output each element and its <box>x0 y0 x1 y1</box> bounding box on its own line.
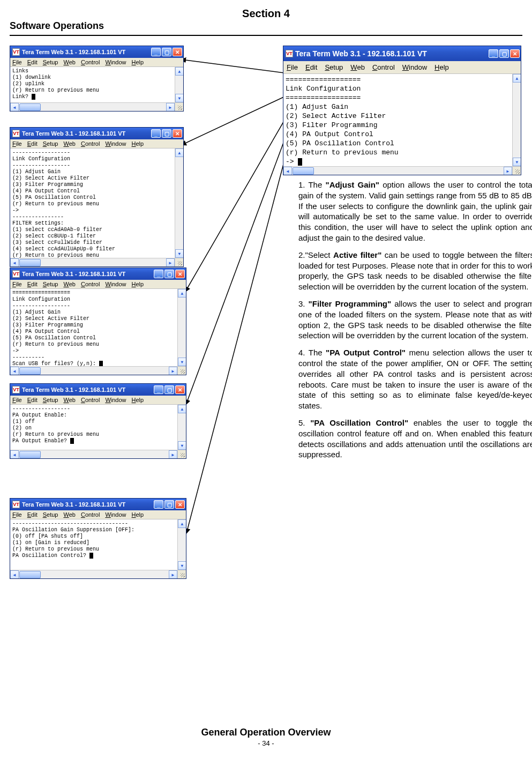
menu-edit[interactable]: Edit <box>27 397 38 403</box>
close-button[interactable]: ✕ <box>175 385 185 394</box>
close-button[interactable]: ✕ <box>173 129 182 138</box>
svg-line-3 <box>188 127 289 400</box>
terminal-output: ================== Link Configuration ==… <box>283 74 512 167</box>
menu-control[interactable]: Control <box>81 397 100 403</box>
svg-line-4 <box>188 138 290 529</box>
resize-grip[interactable] <box>177 450 186 458</box>
scrollbar-vertical[interactable]: ▲▼ <box>177 519 186 570</box>
menu-setup[interactable]: Setup <box>43 140 58 147</box>
menu-web[interactable]: Web <box>63 59 75 65</box>
menu-web[interactable]: Web <box>63 140 75 147</box>
menu-bar: File Edit Setup Web Control Window Help <box>10 58 183 67</box>
menu-window[interactable]: Window <box>105 281 126 287</box>
close-button[interactable]: ✕ <box>175 270 185 278</box>
terminal-window-pa-oscillation: VT Tera Term Web 3.1 - 192.168.1.101 VT … <box>10 498 186 579</box>
menu-file[interactable]: File <box>12 511 22 518</box>
scrollbar-vertical[interactable]: ▲▼ <box>512 74 521 166</box>
maximize-button[interactable]: ▢ <box>164 385 174 394</box>
menu-file[interactable]: File <box>12 397 22 403</box>
scrollbar-vertical[interactable]: ▲▼ <box>175 67 183 102</box>
menu-help[interactable]: Help <box>132 511 144 518</box>
note-active-filter: 2."Select Active filter" can be used to … <box>298 250 532 292</box>
terminal-output: ------------------------------------ PA … <box>10 519 177 560</box>
close-button[interactable]: ✕ <box>175 500 185 509</box>
menu-help[interactable]: Help <box>132 397 144 403</box>
resize-grip[interactable] <box>175 102 183 111</box>
menu-window[interactable]: Window <box>105 397 126 403</box>
minimize-button[interactable]: _ <box>154 500 163 509</box>
scrollbar-horizontal[interactable]: ◀▶ <box>10 366 177 375</box>
close-button[interactable]: ✕ <box>510 49 520 58</box>
menu-setup[interactable]: Setup <box>43 511 58 518</box>
menu-control[interactable]: Control <box>81 59 100 65</box>
minimize-button[interactable]: _ <box>489 49 498 58</box>
minimize-button[interactable]: _ <box>154 385 163 394</box>
maximize-button[interactable]: ▢ <box>164 500 174 509</box>
menu-file[interactable]: File <box>287 63 298 71</box>
scrollbar-vertical[interactable]: ▲▼ <box>177 405 186 450</box>
menu-control[interactable]: Control <box>372 63 395 71</box>
menu-bar: File Edit Setup Web Control Window Help <box>10 510 186 519</box>
scrollbar-vertical[interactable]: ▲▼ <box>177 289 186 366</box>
minimize-button[interactable]: _ <box>151 48 161 56</box>
menu-window[interactable]: Window <box>105 140 126 147</box>
scrollbar-horizontal[interactable]: ◀▶ <box>10 102 175 111</box>
menu-setup[interactable]: Setup <box>43 281 58 287</box>
scrollbar-horizontal[interactable]: ◀▶ <box>283 166 512 175</box>
description-notes: 1. The "Adjust Gain" option allows the u… <box>298 180 532 466</box>
menu-control[interactable]: Control <box>81 281 100 287</box>
menu-web[interactable]: Web <box>63 281 75 287</box>
close-button[interactable]: ✕ <box>173 48 182 56</box>
scrollbar-vertical[interactable]: ▲▼ <box>175 148 183 258</box>
menu-setup[interactable]: Setup <box>43 397 58 403</box>
menu-edit[interactable]: Edit <box>305 63 317 71</box>
resize-grip[interactable] <box>177 366 186 375</box>
menu-edit[interactable]: Edit <box>27 281 38 287</box>
menu-web[interactable]: Web <box>350 63 365 71</box>
scrollbar-horizontal[interactable]: ◀▶ <box>10 258 175 266</box>
svg-line-1 <box>185 95 288 143</box>
resize-grip[interactable] <box>512 166 521 175</box>
menu-file[interactable]: File <box>12 140 22 147</box>
resize-grip[interactable] <box>175 258 183 266</box>
maximize-button[interactable]: ▢ <box>164 270 174 278</box>
maximize-button[interactable]: ▢ <box>162 129 171 138</box>
menu-help[interactable]: Help <box>132 281 144 287</box>
menu-edit[interactable]: Edit <box>27 59 38 65</box>
scrollbar-horizontal[interactable]: ◀▶ <box>10 570 177 578</box>
menu-window[interactable]: Window <box>105 59 126 65</box>
menu-bar: File Edit Setup Web Control Window Help <box>283 61 521 74</box>
note-filter-programming: 3. "Filter Programming" allows the user … <box>298 299 532 341</box>
menu-window[interactable]: Window <box>105 511 126 518</box>
menu-setup[interactable]: Setup <box>43 59 58 65</box>
menu-control[interactable]: Control <box>81 511 100 518</box>
window-title: Tera Term Web 3.1 - 192.168.1.101 VT <box>22 387 154 393</box>
menu-edit[interactable]: Edit <box>27 140 38 147</box>
window-title: Tera Term Web 3.1 - 192.168.1.101 VT <box>22 271 154 277</box>
maximize-button[interactable]: ▢ <box>162 48 171 56</box>
menu-control[interactable]: Control <box>81 140 100 147</box>
menu-web[interactable]: Web <box>63 511 75 518</box>
menu-bar: File Edit Setup Web Control Window Help <box>10 280 186 289</box>
resize-grip[interactable] <box>177 570 186 578</box>
menu-bar: File Edit Setup Web Control Window Help <box>10 396 186 405</box>
note-pa-oscillation: 5. "PA Oscillation Control" enables the … <box>298 418 532 460</box>
menu-help[interactable]: Help <box>132 140 144 147</box>
menu-web[interactable]: Web <box>63 397 75 403</box>
menu-edit[interactable]: Edit <box>27 511 38 518</box>
minimize-button[interactable]: _ <box>151 129 161 138</box>
terminal-output: ================== Link Configuration --… <box>10 289 177 368</box>
menu-setup[interactable]: Setup <box>325 63 343 71</box>
menu-help[interactable]: Help <box>434 63 449 71</box>
app-icon: VT <box>12 501 20 508</box>
menu-file[interactable]: File <box>12 59 22 65</box>
menu-file[interactable]: File <box>12 281 22 287</box>
menu-help[interactable]: Help <box>132 59 144 65</box>
menu-bar: File Edit Setup Web Control Window Help <box>10 139 183 148</box>
window-title: Tera Term Web 3.1 - 192.168.1.101 VT <box>22 49 151 55</box>
minimize-button[interactable]: _ <box>154 270 163 278</box>
scrollbar-horizontal[interactable]: ◀▶ <box>10 450 177 458</box>
maximize-button[interactable]: ▢ <box>499 49 509 58</box>
menu-window[interactable]: Window <box>402 63 427 71</box>
terminal-window-link-config: VT Tera Term Web 3.1 - 192.168.1.101 VT … <box>283 46 521 175</box>
